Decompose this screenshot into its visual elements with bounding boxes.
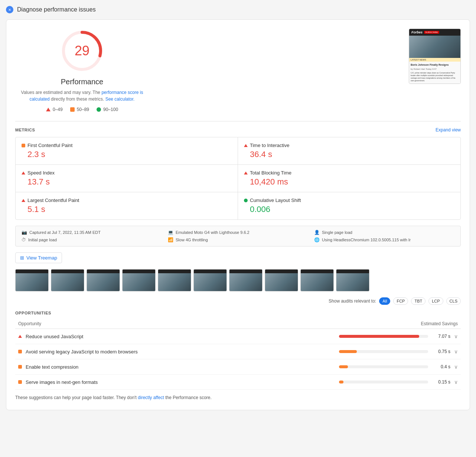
metric-cls-icon [244,199,248,202]
opp-chevron-1[interactable]: ∨ [454,333,458,339]
filter-all-button[interactable]: All [379,297,390,305]
wifi-icon: 📶 [168,237,173,242]
capture-device: 💻 Emulated Moto G4 with Lighthouse 9.6.2 [168,230,308,235]
capture-browser-text: Using HeadlessChromium 102.0.5005.115 wi… [322,238,411,242]
metric-si-value: 13.7 s [27,177,232,187]
filmstrip-frame-9 [300,269,334,291]
filter-lcp-button[interactable]: LCP [428,297,443,305]
capture-initial-load: ⏱ Initial page load [22,237,162,242]
capture-throttle-text: Slow 4G throttling [176,238,208,242]
opp-table-header: Opportunity Estimated Savings [15,319,461,329]
metrics-grid: First Contentful Paint 2.3 s Time to Int… [15,137,461,220]
opp-savings-1: 7.07 s [432,334,450,339]
metric-si-title-row: Speed Index [22,170,232,176]
filmstrip-img-8 [265,270,298,291]
metric-si: Speed Index 13.7 s [16,165,238,192]
opp-title-2: Avoid serving legacy JavaScript to moder… [26,349,335,355]
opp-savings-4: 0.15 s [432,379,450,385]
filmstrip-frame-10 [336,269,369,291]
legend-green-icon [97,107,101,112]
section-divider [15,121,461,121]
opp-icon-orange-2 [18,350,22,353]
opp-title-4: Serve images in next-gen formats [26,379,335,385]
metrics-header: METRICS Expand view [15,127,461,133]
filmstrip-frame-6 [193,269,227,291]
metric-tbt: Total Blocking Time 10,420 ms [238,165,460,192]
calendar-icon: 📷 [22,230,27,235]
metric-si-icon [22,172,25,174]
audit-filter-label: Show audits relevant to: [329,298,376,304]
opp-chevron-3[interactable]: ∨ [454,364,458,370]
filmstrip-frame-2 [51,269,84,291]
metric-tbt-title: Total Blocking Time [250,170,291,176]
page-title: Diagnose performance issues [17,6,96,13]
filmstrip-img-6 [194,270,227,291]
metric-fcp: First Contentful Paint 2.3 s [16,137,238,165]
opp-col-savings: Estimated Savings [421,321,458,326]
opp-savings-3: 0.4 s [432,364,450,369]
filmstrip-img-2 [51,270,84,291]
screenshot-headline: Boris Johnson Finally Resigns [409,62,460,68]
filter-tbt-button[interactable]: TBT [411,297,426,305]
screenshot-person-image [409,36,460,58]
forbes-subscribe: SUBSCRIBE [424,31,439,34]
opp-chevron-4[interactable]: ∨ [454,379,458,385]
filmstrip-img-10 [336,270,369,291]
capture-timestamp-text: Captured at Jul 7, 2022, 11:35 AM EDT [29,230,101,235]
opportunities-label: OPPORTUNITIES [15,311,461,315]
metrics-label: METRICS [15,128,35,132]
opp-icon-orange-4 [18,380,22,384]
opp-bar-4 [339,381,343,383]
calculator-link[interactable]: See calculator. [105,97,135,102]
device-icon: 💻 [168,230,173,235]
metric-cls-title: Cumulative Layout Shift [250,198,301,203]
score-desc-mid: directly from these metrics. [51,97,104,102]
treemap-button[interactable]: ⊞ View Treemap [15,252,62,263]
metric-fcp-value: 2.3 s [27,150,232,159]
legend-orange-label: 50–89 [77,107,89,112]
legend-red: 0–49 [46,107,63,112]
metric-si-title: Speed Index [27,170,55,176]
audit-filter: Show audits relevant to: All FCP TBT LCP… [15,297,461,305]
metric-tti-title: Time to Interactive [250,143,289,148]
metric-tti-title-row: Time to Interactive [244,143,454,148]
metric-fcp-title-row: First Contentful Paint [22,143,232,148]
metric-fcp-icon [22,144,25,147]
metric-tbt-icon [244,172,248,174]
filmstrip-frame-7 [229,269,263,291]
metric-fcp-title: First Contentful Paint [27,143,72,148]
screenshot-content: LATEST NEWS Boris Johnson Finally Resign… [409,36,460,84]
capture-timestamp: 📷 Captured at Jul 7, 2022, 11:35 AM EDT [22,230,162,235]
screenshot-topbar: Forbes SUBSCRIBE [409,29,460,36]
filmstrip-img-1 [16,270,49,291]
expand-view-button[interactable]: Expand view [436,127,461,133]
score-section: 29 Performance Values are estimated and … [15,29,461,112]
metric-tti-value: 36.4 s [250,150,454,159]
browser-icon: 🌐 [314,237,320,242]
footer-link[interactable]: directly affect [138,395,164,400]
opp-title-1: Reduce unused JavaScript [26,334,335,339]
opp-row-1: Reduce unused JavaScript 7.07 s ∨ [15,329,461,344]
forbes-logo: Forbes [411,30,423,34]
treemap-icon: ⊞ [20,255,24,261]
opportunities-section: OPPORTUNITIES [15,311,461,315]
legend-red-icon [46,108,50,111]
filter-cls-button[interactable]: CLS [446,297,461,305]
footer-note: These suggestions can help your page loa… [15,394,461,401]
opp-chevron-2[interactable]: ∨ [454,349,458,355]
opp-row-3: Enable text compression 0.4 s ∨ [15,359,461,375]
opp-bar-wrapper-1 [339,335,428,338]
timer-icon: ⏱ [22,237,26,242]
capture-info: 📷 Captured at Jul 7, 2022, 11:35 AM EDT … [15,226,461,247]
filter-fcp-button[interactable]: FCP [393,297,408,305]
treemap-label: View Treemap [26,255,57,261]
legend-red-label: 0–49 [53,107,63,112]
legend-green: 90–100 [97,107,118,112]
filmstrip-frame-8 [265,269,298,291]
screenshot-breaking-label: LATEST NEWS [409,58,460,62]
person-icon: 👤 [314,230,320,235]
metric-cls: Cumulative Layout Shift 0.006 [238,192,460,219]
filmstrip-img-7 [229,270,263,291]
opp-icon-red-1 [18,335,22,338]
opp-bar-1 [339,335,419,338]
